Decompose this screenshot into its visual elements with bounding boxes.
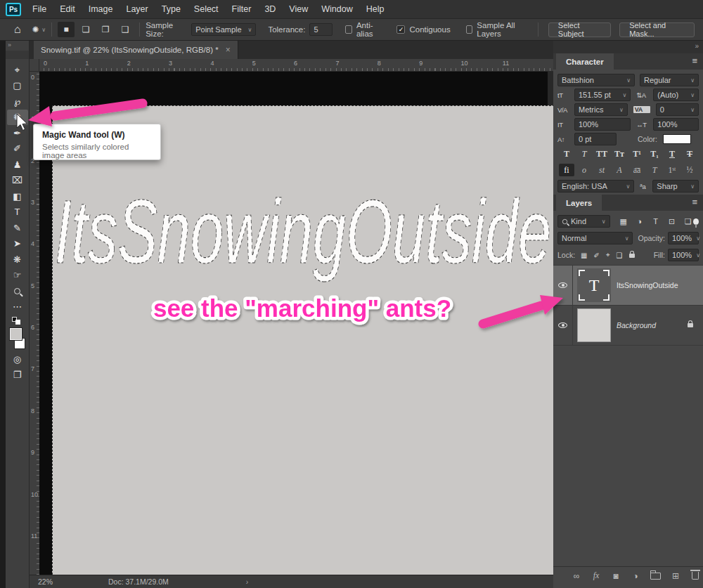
layer-filter-dropdown[interactable]: Kind [557, 215, 610, 228]
panel-menu-icon[interactable]: ≡ [692, 197, 697, 207]
pen-tool[interactable]: ✎ [7, 220, 28, 236]
checkbox-box[interactable]: ✓ [396, 25, 405, 34]
panel-menu-icon[interactable]: ≡ [692, 55, 697, 66]
filter-toggle-icon[interactable] [693, 218, 699, 225]
brush-tool[interactable]: ✐ [7, 141, 28, 157]
strikethrough-button[interactable]: T [682, 148, 697, 160]
lock-transparent-icon[interactable]: ▦ [581, 251, 587, 259]
layer-effects-icon[interactable]: fx [591, 570, 601, 581]
layer-mask-icon[interactable]: ◙ [611, 571, 621, 581]
menu-item-layer[interactable]: Layer [126, 4, 148, 14]
delete-layer-icon[interactable] [690, 572, 700, 580]
gradient-tool[interactable]: ◧ [7, 188, 28, 204]
select-and-mask-button[interactable]: Select and Mask... [619, 22, 695, 37]
zoom-level[interactable]: 22% [38, 577, 87, 586]
lock-position-icon[interactable]: ⌖ [606, 251, 610, 259]
underline-button[interactable]: T [664, 148, 680, 160]
font-size-dropdown[interactable]: 151.55 pt [574, 89, 631, 101]
clone-stamp-tool[interactable]: ♟ [7, 157, 28, 173]
type-tool[interactable]: T [7, 204, 28, 221]
toolbar-collapse-icon[interactable]: » [6, 41, 29, 51]
small-caps-button[interactable]: Tᴛ [612, 148, 627, 160]
menu-item-3d[interactable]: 3D [264, 4, 276, 14]
new-selection-mode[interactable]: ■ [58, 22, 75, 37]
ordinals-button[interactable]: 1ˢᵗ [664, 164, 680, 176]
vertical-scale-input[interactable]: 100% [574, 118, 631, 131]
select-subject-button[interactable]: Select Subject [548, 22, 611, 37]
subtract-from-selection-mode[interactable]: ❐ [97, 22, 114, 37]
layer-row-itssnowingoutside[interactable]: textT ItsSnowingOutside [553, 266, 703, 305]
lasso-tool[interactable]: ℘ [7, 93, 28, 110]
menu-item-view[interactable]: View [289, 4, 308, 14]
tolerance-input[interactable]: 5 [309, 23, 333, 36]
swap-colors[interactable] [7, 315, 28, 326]
move-tool[interactable]: ⌖ [7, 62, 28, 78]
visibility-toggle[interactable] [553, 266, 573, 305]
anti-alias-dropdown[interactable]: Sharp [652, 180, 699, 192]
stylistic-alternates-button[interactable]: a͞a [629, 164, 645, 176]
leading-dropdown[interactable]: (Auto) [653, 89, 699, 101]
checkbox-sample-all-layers[interactable]: Sample All Layers [466, 21, 527, 38]
language-dropdown[interactable]: English: USA [557, 180, 634, 192]
swash-button[interactable]: A [612, 164, 627, 176]
path-select-tool[interactable]: ➤ [7, 236, 28, 252]
menu-item-select[interactable]: Select [194, 4, 219, 14]
horizontal-scale-input[interactable]: 100% [653, 118, 699, 131]
close-icon[interactable]: × [226, 45, 231, 55]
blend-mode-dropdown[interactable]: Normal [557, 232, 633, 244]
intersect-selection-mode[interactable]: ❑ [117, 22, 134, 37]
fill-dropdown[interactable]: 100% [668, 249, 699, 261]
faux-bold-button[interactable]: T [559, 148, 574, 160]
faux-italic-button[interactable]: T [576, 148, 592, 160]
filter-image-icon[interactable]: ▦ [619, 217, 628, 226]
foreground-color-swatch[interactable] [10, 328, 22, 340]
fractions-button[interactable]: ½ [682, 164, 697, 176]
status-chevron-icon[interactable]: › [246, 577, 249, 586]
layer-row-background[interactable]: Background [553, 306, 703, 345]
contextual-alternates-button[interactable]: o [576, 164, 592, 176]
visibility-toggle[interactable] [553, 306, 573, 345]
magic-wand-tool[interactable]: ✺ [7, 110, 28, 126]
toolbar-grip[interactable] [6, 51, 29, 59]
filter-smart-object-icon[interactable]: ❏ [683, 217, 693, 226]
filter-shape-icon[interactable]: ⊡ [667, 217, 677, 226]
titling-alternates-button[interactable]: T [647, 164, 662, 176]
quick-mask-mode[interactable]: ◎ [7, 351, 28, 367]
discretionary-ligatures-button[interactable]: st [594, 164, 610, 176]
eraser-tool[interactable]: ⌧ [7, 173, 28, 189]
checkbox-anti-alias[interactable]: Anti-alias [345, 21, 381, 38]
background-layer-thumbnail[interactable] [577, 308, 611, 342]
font-style-dropdown[interactable]: Regular [640, 74, 699, 86]
menu-item-edit[interactable]: Edit [60, 4, 75, 14]
superscript-button[interactable]: T¹ [629, 148, 645, 160]
standard-ligatures-button[interactable]: fi [559, 164, 574, 176]
add-to-selection-mode[interactable]: ❏ [77, 22, 94, 37]
filter-adjustment-icon[interactable]: ◑ [635, 217, 645, 226]
menu-item-type[interactable]: Type [162, 4, 181, 14]
sample-size-dropdown[interactable]: Point Sample [191, 23, 256, 36]
color-swatches[interactable] [7, 326, 28, 351]
new-group-icon[interactable] [650, 573, 661, 580]
checkbox-box[interactable] [345, 25, 352, 34]
tracking-dropdown[interactable]: 0 [656, 103, 699, 116]
checkbox-contiguous[interactable]: ✓Contiguous [396, 21, 450, 38]
zoom-tool[interactable] [7, 283, 28, 299]
layer-name[interactable]: ItsSnowingOutside [617, 281, 678, 289]
text-layer-thumbnail[interactable]: textT [577, 268, 611, 302]
lock-artboard-icon[interactable]: ❑ [617, 251, 623, 259]
menu-item-filter[interactable]: Filter [232, 4, 252, 14]
checkbox-box[interactable] [466, 25, 473, 34]
subscript-button[interactable]: T₁ [647, 148, 662, 160]
active-tool-indicator[interactable]: ✺ ∨ [32, 25, 46, 34]
document-tab[interactable]: Snowing.tif @ 22% (ItsSnowingOutside, RG… [34, 41, 238, 59]
marquee-tool[interactable]: ▢ [7, 78, 28, 94]
menu-item-file[interactable]: File [32, 4, 46, 14]
link-layers-icon[interactable]: ∞ [572, 571, 581, 581]
baseline-shift-input[interactable]: 0 pt [574, 133, 617, 145]
custom-shape-tool[interactable]: ❋ [7, 251, 28, 268]
opacity-dropdown[interactable]: 100% [668, 232, 699, 244]
lock-all-icon[interactable] [629, 251, 635, 259]
home-icon[interactable]: ⌂ [14, 23, 21, 36]
menu-item-help[interactable]: Help [366, 4, 385, 14]
menu-item-image[interactable]: Image [89, 4, 113, 14]
